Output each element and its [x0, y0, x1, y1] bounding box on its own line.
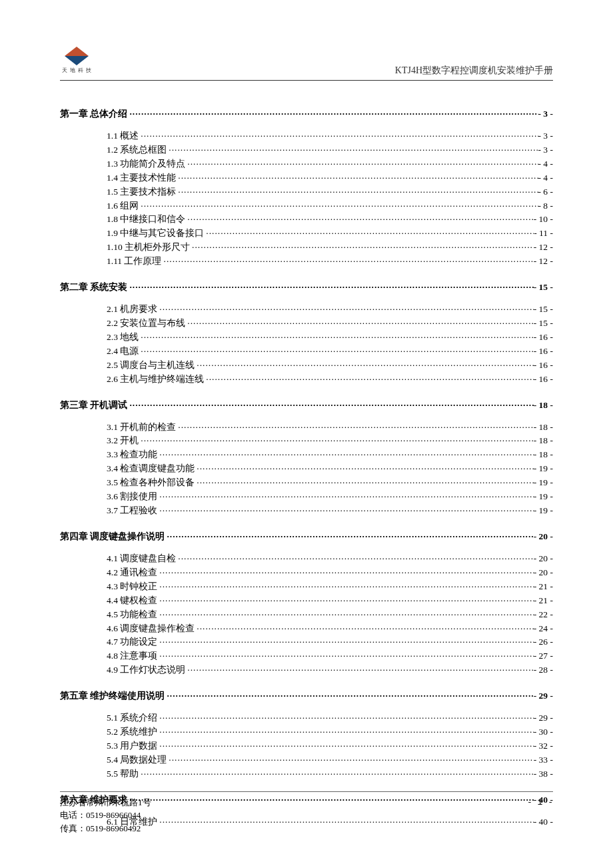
footer-address: 江苏省常州市木梳路1号: [60, 796, 151, 809]
company-logo: 天 地 科 技: [60, 53, 93, 77]
toc-leader-dots: ········································…: [195, 359, 534, 373]
toc-leader-dots: ········································…: [157, 608, 534, 622]
toc-entry-page: - 16 -: [534, 359, 553, 373]
toc-entry-label: 4.5 功能检查: [107, 608, 157, 622]
toc-leader-dots: ········································…: [157, 490, 534, 504]
toc-chapter: 第四章 调度键盘操作说明····························…: [60, 530, 553, 544]
toc-section: 4.9 工作灯状态说明·····························…: [107, 663, 553, 677]
toc-entry-label: 2.2 安装位置与布线: [107, 317, 185, 331]
toc-entry-label: 第三章 开机调试: [60, 399, 127, 413]
toc-section: 5.5 帮助··································…: [107, 767, 553, 781]
toc-leader-dots: ········································…: [139, 767, 534, 781]
toc-leader-dots: ········································…: [157, 504, 534, 518]
toc-entry-label: 1.3 功能简介及特点: [107, 157, 185, 171]
toc-section: 3.7 工程验收································…: [107, 504, 553, 518]
toc-entry-page: - 20 -: [534, 552, 553, 566]
toc-leader-dots: ········································…: [157, 566, 534, 580]
toc-section: 1.10 主机柜外形尺寸····························…: [107, 241, 553, 255]
toc-entry-page: - 15 -: [534, 281, 553, 295]
toc-section: 3.1 开机前的检查······························…: [107, 421, 553, 435]
toc-entry-page: - 19 -: [534, 462, 553, 476]
toc-entry-page: - 11 -: [534, 227, 553, 241]
toc-section: 4.1 调度键盘自检······························…: [107, 552, 553, 566]
toc-leader-dots: ········································…: [139, 199, 538, 213]
toc-entry-page: - 21 -: [534, 580, 553, 594]
toc-entry-label: 1.8 中继接口和信令: [107, 213, 185, 227]
toc-section: 2.4 电源··································…: [107, 345, 553, 359]
toc-leader-dots: ········································…: [157, 448, 534, 462]
toc-entry-page: - 19 -: [534, 476, 553, 490]
toc-entry-page: - 29 -: [534, 689, 553, 703]
toc-entry-label: 3.2 开机: [107, 434, 139, 448]
toc-leader-dots: ········································…: [157, 594, 534, 608]
toc-leader-dots: ········································…: [204, 227, 534, 241]
toc-entry-label: 1.9 中继与其它设备接口: [107, 227, 204, 241]
page-header: 天 地 科 技 KTJ4H型数字程控调度机安装维护手册: [60, 53, 553, 81]
toc-leader-dots: ········································…: [167, 143, 538, 157]
toc-entry-page: - 28 -: [534, 663, 553, 677]
toc-section: 2.3 地线··································…: [107, 331, 553, 345]
toc-section: 4.4 键权检查································…: [107, 594, 553, 608]
toc-leader-dots: ········································…: [162, 255, 534, 269]
toc-section: 4.7 功能设定································…: [107, 635, 553, 649]
toc-entry-label: 第二章 系统安装: [60, 281, 127, 295]
toc-entry-page: - 38 -: [534, 767, 553, 781]
page-footer: 江苏省常州市木梳路1号 电话：0519-86966044 传真：0519-869…: [60, 791, 553, 835]
toc-leader-dots: ········································…: [157, 739, 534, 753]
toc-chapter: 第三章 开机调试································…: [60, 399, 553, 413]
toc-entry-page: - 12 -: [534, 255, 553, 269]
document-title: KTJ4H型数字程控调度机安装维护手册: [395, 65, 553, 77]
toc-entry-label: 第五章 维护终端使用说明: [60, 689, 165, 703]
toc-entry-page: - 22 -: [534, 608, 553, 622]
toc-leader-dots: ········································…: [185, 663, 534, 677]
toc-leader-dots: ········································…: [157, 635, 534, 649]
toc-leader-dots: ········································…: [190, 241, 534, 255]
toc-section: 1.8 中继接口和信令·····························…: [107, 213, 553, 227]
toc-leader-dots: ········································…: [185, 157, 538, 171]
toc-section: 1.5 主要技术指标······························…: [107, 185, 553, 199]
toc-entry-label: 5.2 系统维护: [107, 725, 157, 739]
toc-leader-dots: ········································…: [195, 622, 534, 636]
toc-section: 2.5 调度台与主机连线····························…: [107, 359, 553, 373]
footer-phone: 电话：0519-86966044: [60, 809, 151, 822]
toc-entry-label: 2.4 电源: [107, 345, 139, 359]
page-number: - 1 -: [527, 796, 553, 835]
toc-chapter: 第一章 总体介绍································…: [60, 107, 553, 121]
toc-entry-label: 3.6 割接使用: [107, 490, 157, 504]
toc-entry-page: - 3 -: [538, 107, 554, 121]
toc-entry-label: 5.3 用户数据: [107, 739, 157, 753]
toc-entry-label: 3.1 开机前的检查: [107, 421, 176, 435]
toc-entry-page: - 21 -: [534, 594, 553, 608]
toc-entry-page: - 32 -: [534, 739, 553, 753]
toc-leader-dots: ········································…: [157, 580, 534, 594]
toc-entry-page: - 33 -: [534, 753, 553, 767]
toc-entry-page: - 15 -: [534, 303, 553, 317]
toc-entry-page: - 16 -: [534, 331, 553, 345]
toc-entry-page: - 19 -: [534, 504, 553, 518]
toc-leader-dots: ········································…: [157, 711, 534, 725]
toc-entry-page: - 29 -: [534, 711, 553, 725]
toc-entry-page: - 20 -: [534, 566, 553, 580]
toc-entry-page: - 18 -: [534, 434, 553, 448]
toc-entry-label: 3.3 检查功能: [107, 448, 157, 462]
toc-entry-label: 3.7 工程验收: [107, 504, 157, 518]
toc-section: 1.1 概述··································…: [107, 129, 553, 143]
toc-leader-dots: ········································…: [185, 213, 534, 227]
footer-fax: 传真：0519-86960492: [60, 822, 151, 835]
toc-leader-dots: ········································…: [176, 185, 538, 199]
toc-leader-dots: ········································…: [176, 171, 538, 185]
toc-entry-page: - 30 -: [534, 725, 553, 739]
toc-leader-dots: ········································…: [127, 399, 533, 413]
toc-entry-label: 3.4 检查调度键盘功能: [107, 462, 195, 476]
toc-entry-page: - 18 -: [534, 448, 553, 462]
toc-section: 5.2 系统维护································…: [107, 725, 553, 739]
toc-entry-page: - 16 -: [534, 373, 553, 387]
toc-entry-label: 1.2 系统总框图: [107, 143, 167, 157]
toc-leader-dots: ········································…: [139, 345, 534, 359]
toc-section: 2.2 安装位置与布线·····························…: [107, 317, 553, 331]
toc-leader-dots: ········································…: [157, 303, 534, 317]
toc-section: 4.3 时钟校正································…: [107, 580, 553, 594]
toc-leader-dots: ········································…: [139, 129, 538, 143]
toc-section: 4.6 调度键盘操作检查····························…: [107, 622, 553, 636]
toc-entry-page: - 18 -: [534, 399, 553, 413]
